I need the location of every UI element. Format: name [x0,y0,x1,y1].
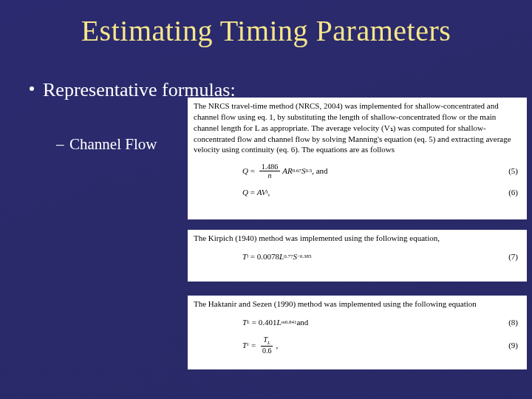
equation-6: Q = AV t , (6) [194,187,521,198]
formula-image-nrcs: The NRCS travel-time method (NRCS, 2004)… [188,98,527,219]
eq7-coeff: 0.0078 [257,251,279,262]
slide: Estimating Timing Parameters Representat… [0,0,532,399]
eq6-rhs: AV [257,187,267,198]
eq9-number: (9) [508,340,518,351]
eq5-number: (5) [508,166,518,177]
eq6-number: (6) [508,187,518,198]
eq9-frac-num: TL [261,335,272,347]
clip2-paragraph: The Kirpich (1940) method was implemente… [194,233,521,244]
eq7-sup2: −0.385 [297,253,312,260]
clip1-paragraph: The NRCS travel-time method (NRCS, 2004)… [194,100,521,155]
formula-image-kirpich: The Kirpich (1940) method was implemente… [188,230,527,282]
eq9-frac-den: 0.6 [260,347,274,355]
eq7-number: (7) [508,251,518,262]
formula-image-haktanir: The Haktanir and Sezen (1990) method was… [188,296,527,369]
eq5-frac-num: 1.486 [259,163,281,171]
eq6-lhs: Q [242,187,248,198]
eq8-trail: and [296,317,308,328]
eq6-trail: , [268,187,270,198]
eq5-lhs: Q [242,166,248,177]
eq8-coeff: 0.401 [259,317,277,328]
bullet-level-2: – Channel Flow [69,135,157,154]
eq8-number: (8) [508,317,518,328]
eq9-fraction: TL 0.6 [260,335,274,355]
equation-5: Q = 1.486 n AR 0.67 S 0.5 , and (5) [194,163,521,180]
equation-9: T c = TL 0.6 , (9) [194,335,521,355]
bullet-2-text: Channel Flow [69,135,157,153]
eq5-ar: AR [282,166,292,177]
eq9-num-sub: L [267,340,270,346]
eq5-sup2: 0.5 [305,168,312,174]
slide-title: Estimating Timing Parameters [0,0,532,48]
equation-8: T L = 0.401 L m 0.841 and (8) [194,317,521,328]
eq7-sup1: 0.77 [284,253,293,260]
bullet-dash-icon: – [56,135,64,154]
eq8-sup1: 0.841 [285,319,297,326]
clip3-paragraph: The Haktanir and Sezen (1990) method was… [194,299,521,310]
eq5-frac-den: n [265,171,273,180]
eq5-fraction: 1.486 n [259,163,281,180]
eq5-trail: , and [312,166,327,177]
eq9-trail: , [276,340,278,351]
equation-7: T l = 0.0078 L 0.77 S −0.385 (7) [194,251,521,262]
eq5-sup1: 0.67 [293,168,301,174]
bullet-dot-icon [30,86,34,91]
